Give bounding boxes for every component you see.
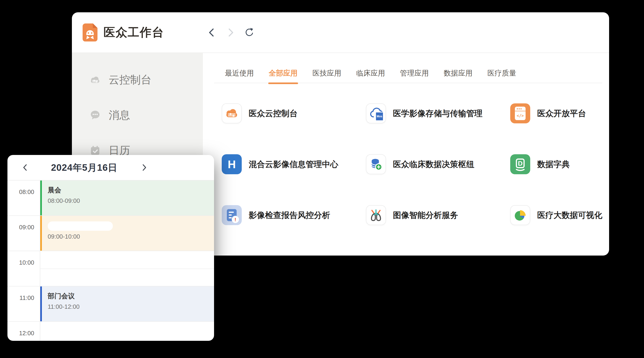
event-time: 11:00-12:00 (48, 303, 214, 310)
half-hour-gridline (40, 269, 214, 269)
calendar-event-morning-meeting[interactable]: 晨会 08:00-09:00 (40, 180, 214, 216)
alert-exclamation-icon: ! (232, 216, 239, 223)
app-tile (222, 103, 242, 123)
main-content: 最近使用 全部应用 医技应用 临床应用 管理应用 数据应用 医疗质量 (203, 53, 609, 255)
calendar-day-grid: 晨会 08:00-09:00 09:00-10:00 部门会议 11:00-12… (8, 180, 214, 341)
chevron-left-icon (207, 27, 217, 38)
calendar-check-icon (90, 145, 101, 156)
calendar-date-title: 2024年5月16日 (33, 161, 136, 174)
app-logo (82, 23, 98, 42)
chevron-right-icon (225, 27, 236, 38)
app-label: 数据字典 (537, 159, 570, 170)
forward-button[interactable] (225, 27, 236, 38)
hour-gridline (8, 286, 214, 286)
app-tile: ! (222, 205, 242, 225)
app-tile: Mos (366, 103, 386, 123)
event-time: 08:00-09:00 (48, 197, 214, 204)
refresh-icon (244, 26, 254, 38)
message-bubble-icon (90, 110, 101, 121)
sidebar-item-messages[interactable]: 消息 (72, 98, 203, 133)
app-label: 医疗大数据可视化 (537, 210, 602, 221)
pie-chart-icon (513, 208, 527, 222)
app-image-storage[interactable]: Mos 医学影像存储与传输管理 (366, 103, 510, 123)
app-tile: D (510, 154, 530, 174)
code-window-icon: </> (515, 107, 526, 120)
app-label: 医众云控制台 (249, 108, 298, 119)
app-cloud-console[interactable]: 医众云控制台 (222, 103, 366, 123)
mascot-icon (82, 25, 98, 40)
app-data-dictionary[interactable]: D 数据字典 (510, 154, 602, 174)
event-time: 09:00-10:00 (48, 233, 214, 240)
time-label: 12:00 (8, 330, 40, 337)
app-label: 影像检查报告风控分析 (249, 210, 330, 221)
back-button[interactable] (207, 27, 217, 38)
calendar-header: 2024年5月16日 (8, 155, 214, 180)
browser-nav (207, 12, 254, 52)
window-dots (515, 107, 526, 111)
tab-bar: 最近使用 全部应用 医技应用 临床应用 管理应用 数据应用 医疗质量 (214, 53, 602, 83)
hour-gridline (8, 321, 214, 322)
calendar-next-button[interactable] (139, 162, 149, 173)
app-label: 图像智能分析服务 (393, 210, 458, 221)
chevron-left-icon (21, 163, 29, 172)
window-header: 医众工作台 (72, 12, 609, 53)
app-bigdata-visualization[interactable]: 医疗大数据可视化 (510, 205, 602, 225)
cloud-sliders-icon (224, 106, 239, 121)
app-tile (366, 154, 386, 174)
sidebar-item-cloud-console[interactable]: 云控制台 (72, 62, 203, 98)
report-alert-icon: ! (227, 209, 236, 221)
app-label: 混合云影像信息管理中心 (249, 159, 338, 170)
code-glyph: </> (515, 113, 526, 118)
calendar-prev-button[interactable] (20, 162, 30, 173)
time-gutter-divider (40, 180, 40, 341)
hour-gridline (8, 215, 214, 216)
event-title: 晨会 (48, 186, 214, 195)
lungs-ai-icon (369, 208, 383, 222)
hour-gridline (8, 251, 214, 251)
app-report-risk-analysis[interactable]: ! 影像检查报告风控分析 (222, 205, 366, 225)
app-hybrid-cloud-center[interactable]: H 混合云影像信息管理中心 (222, 154, 366, 174)
mos-badge: Mos (375, 112, 384, 121)
app-tile: H (222, 154, 242, 174)
chevron-right-icon (140, 163, 148, 172)
calendar-panel: 2024年5月16日 晨会 08:00-09:00 09:00-10:00 部门… (8, 155, 214, 341)
time-label: 09:00 (8, 224, 40, 231)
calendar-event-redacted[interactable]: 09:00-10:00 (40, 216, 214, 251)
event-title-redacted (48, 221, 113, 231)
tab-data-apps[interactable]: 数据应用 (444, 68, 472, 78)
time-label: 10:00 (8, 259, 40, 266)
refresh-button[interactable] (244, 27, 254, 38)
tab-clinical-apps[interactable]: 临床应用 (356, 68, 385, 78)
tab-all-apps[interactable]: 全部应用 (269, 68, 298, 78)
event-title: 部门会议 (48, 292, 214, 301)
tab-recently-used[interactable]: 最近使用 (225, 68, 254, 78)
app-label: 医众临床数据决策枢纽 (393, 159, 474, 170)
app-label: 医众开放平台 (537, 108, 586, 119)
page: 医众工作台 (0, 0, 644, 358)
time-label: 08:00 (8, 188, 40, 196)
letter-h-icon: H (228, 158, 236, 171)
letter-d-glyph: D (510, 160, 530, 167)
app-clinical-data-hub[interactable]: 医众临床数据决策枢纽 (366, 154, 510, 174)
calendar-event-department-meeting[interactable]: 部门会议 11:00-12:00 (40, 286, 214, 322)
tab-medtech-apps[interactable]: 医技应用 (312, 68, 341, 78)
app-title: 医众工作台 (104, 25, 164, 40)
time-label: 11:00 (8, 294, 40, 302)
app-grid: 医众云控制台 Mos 医学影像存储与传输管理 (222, 103, 602, 256)
tab-management-apps[interactable]: 管理应用 (400, 68, 429, 78)
app-label: 医学影像存储与传输管理 (393, 108, 482, 119)
app-image-ai-analysis[interactable]: 图像智能分析服务 (366, 205, 510, 225)
app-tile (366, 205, 386, 225)
app-tile: </> (510, 103, 530, 123)
sidebar-item-label: 消息 (109, 108, 130, 122)
database-plus-icon (369, 157, 383, 172)
sidebar-item-label: 云控制台 (109, 73, 152, 87)
app-open-platform[interactable]: </> 医众开放平台 (510, 103, 602, 123)
app-tile (510, 205, 530, 225)
active-tab-underline (268, 82, 298, 84)
tab-label: 全部应用 (269, 69, 298, 77)
tab-quality-apps[interactable]: 医疗质量 (488, 68, 516, 78)
cloud-icon (90, 74, 101, 85)
